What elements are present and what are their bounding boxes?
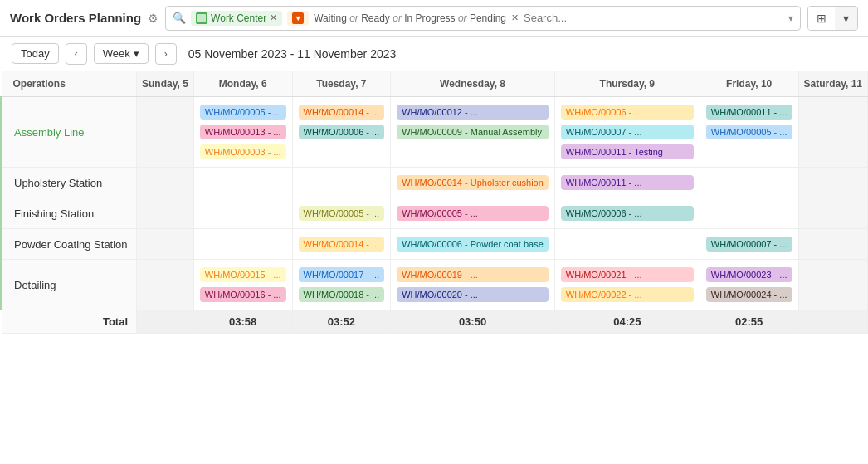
cell-finishing-sunday: [137, 198, 194, 229]
cell-upholstery-thursday: WH/MO/00011 - ...: [554, 168, 700, 198]
work-order-chip[interactable]: WH/MO/00006 - Powder coat base: [397, 237, 549, 252]
work-order-chip[interactable]: WH/MO/00006 - ...: [299, 125, 385, 139]
total-tuesday: 03:52: [292, 310, 391, 334]
filter-close[interactable]: ✕: [511, 12, 519, 23]
cell-upholstery-sunday: [137, 168, 194, 198]
cell-upholstery-monday: [193, 168, 292, 198]
app-title: Work Orders Planning: [10, 11, 141, 25]
work-order-chip[interactable]: WH/MO/00009 - Manual Assembly: [397, 125, 549, 139]
work-order-chip[interactable]: WH/MO/00005 - ...: [706, 125, 792, 139]
cell-upholstery-tuesday: [292, 168, 391, 198]
cell-assembly-monday: WH/MO/00005 - ... WH/MO/00013 - ... WH/M…: [193, 97, 292, 168]
today-button[interactable]: Today: [12, 43, 59, 64]
cell-finishing-saturday: [798, 198, 867, 229]
work-order-chip[interactable]: WH/MO/00014 - Upholster cushion: [397, 175, 549, 190]
operation-upholstery: Upholstery Station: [2, 168, 137, 198]
work-order-chip[interactable]: WH/MO/00022 - ...: [561, 287, 694, 302]
table-row: Finishing Station WH/MO/00005 - ... WH/M…: [2, 198, 868, 229]
cell-upholstery-friday: [700, 168, 798, 198]
col-operations: Operations: [2, 71, 137, 97]
work-order-chip[interactable]: WH/MO/00005 - ...: [200, 105, 286, 120]
filter-icon: ▼: [292, 12, 304, 24]
col-sunday: Sunday, 5: [137, 71, 194, 97]
search-input[interactable]: [524, 12, 783, 24]
work-order-chip[interactable]: WH/MO/00017 - ...: [299, 267, 385, 282]
svg-rect-0: [197, 14, 206, 22]
col-wednesday: Wednesday, 8: [391, 71, 555, 97]
total-label: Total: [2, 310, 137, 334]
cell-finishing-tuesday: WH/MO/00005 - ...: [292, 198, 391, 229]
work-order-chip[interactable]: WH/MO/00005 - ...: [299, 206, 385, 221]
work-order-chip[interactable]: WH/MO/00007 - ...: [706, 237, 792, 252]
cell-powder-thursday: [554, 229, 700, 260]
week-dropdown-icon: ▾: [134, 47, 139, 60]
work-order-chip[interactable]: WH/MO/00006 - ...: [561, 105, 694, 120]
view-dropdown-button[interactable]: ▾: [835, 7, 857, 30]
col-thursday: Thursday, 9: [554, 71, 700, 97]
cell-detailing-wednesday: WH/MO/00019 - ... WH/MO/00020 - ...: [391, 260, 555, 310]
work-order-chip[interactable]: WH/MO/00013 - ...: [200, 125, 286, 139]
cell-upholstery-saturday: [798, 168, 867, 198]
work-order-chip[interactable]: WH/MO/00024 - ...: [706, 287, 792, 302]
col-monday: Monday, 6: [193, 71, 292, 97]
week-button[interactable]: Week ▾: [94, 43, 149, 64]
tag-filter: ▼: [287, 11, 309, 26]
top-bar: Work Orders Planning ⚙ 🔍 Work Center ✕ ▼…: [0, 0, 868, 37]
cell-powder-friday: WH/MO/00007 - ...: [700, 229, 798, 260]
table-row: Assembly Line WH/MO/00005 - ... WH/MO/00…: [2, 97, 868, 168]
work-order-chip[interactable]: WH/MO/00006 - ...: [561, 206, 694, 221]
work-order-chip[interactable]: WH/MO/00016 - ...: [200, 287, 286, 302]
search-dropdown-arrow[interactable]: ▾: [788, 12, 793, 24]
cell-assembly-thursday: WH/MO/00006 - ... WH/MO/00007 - ... WH/M…: [554, 97, 700, 168]
work-order-chip[interactable]: WH/MO/00019 - ...: [397, 267, 549, 282]
operation-detailing: Detailing: [2, 260, 137, 310]
tag-work-center-close[interactable]: ✕: [270, 12, 277, 23]
work-order-chip[interactable]: WH/MO/00007 - ...: [561, 125, 694, 139]
col-tuesday: Tuesday, 7: [292, 71, 391, 97]
work-order-chip[interactable]: WH/MO/00014 - ...: [299, 105, 385, 120]
work-order-chip[interactable]: WH/MO/00018 - ...: [299, 287, 385, 302]
work-order-chip[interactable]: WH/MO/00011 - ...: [706, 105, 792, 120]
cell-detailing-sunday: [137, 260, 194, 310]
cell-finishing-wednesday: WH/MO/00005 - ...: [391, 198, 555, 229]
gear-icon[interactable]: ⚙: [148, 12, 158, 25]
work-order-chip[interactable]: WH/MO/00021 - ...: [561, 267, 694, 282]
cell-assembly-tuesday: WH/MO/00014 - ... WH/MO/00006 - ...: [292, 97, 391, 168]
table-row: Upholstery Station WH/MO/00014 - Upholst…: [2, 168, 868, 198]
total-row: Total 03:58 03:52 03:50 04:25 02:55: [2, 310, 868, 334]
grid-container: Operations Sunday, 5 Monday, 6 Tuesday, …: [0, 71, 868, 464]
operation-assembly-line: Assembly Line: [2, 97, 137, 168]
work-order-chip[interactable]: WH/MO/00020 - ...: [397, 287, 549, 302]
total-thursday: 04:25: [554, 310, 700, 334]
operation-finishing: Finishing Station: [2, 198, 137, 229]
view-grid-button[interactable]: ⊞: [808, 7, 835, 30]
cell-detailing-thursday: WH/MO/00021 - ... WH/MO/00022 - ...: [554, 260, 700, 310]
work-order-chip[interactable]: WH/MO/00012 - ...: [397, 105, 549, 120]
work-order-chip[interactable]: WH/MO/00011 - Testing: [561, 144, 694, 159]
total-wednesday: 03:50: [391, 310, 555, 334]
cell-detailing-monday: WH/MO/00015 - ... WH/MO/00016 - ...: [193, 260, 292, 310]
work-order-chip[interactable]: WH/MO/00015 - ...: [200, 267, 286, 282]
next-button[interactable]: ›: [155, 43, 177, 65]
cell-powder-monday: [193, 229, 292, 260]
work-order-chip[interactable]: WH/MO/00005 - ...: [397, 206, 549, 221]
work-order-chip[interactable]: WH/MO/00014 - ...: [299, 237, 385, 252]
cell-powder-wednesday: WH/MO/00006 - Powder coat base: [391, 229, 555, 260]
prev-button[interactable]: ‹: [66, 43, 87, 65]
work-order-chip[interactable]: WH/MO/00011 - ...: [561, 175, 694, 190]
total-monday: 03:58: [193, 310, 292, 334]
cell-powder-sunday: [137, 229, 194, 260]
cell-finishing-thursday: WH/MO/00006 - ...: [554, 198, 700, 229]
cell-powder-tuesday: WH/MO/00014 - ...: [292, 229, 391, 260]
cell-detailing-saturday: [798, 260, 867, 310]
toolbar: Today ‹ Week ▾ › 05 November 2023 - 11 N…: [0, 37, 868, 71]
cell-detailing-friday: WH/MO/00023 - ... WH/MO/00024 - ...: [700, 260, 798, 310]
cell-finishing-monday: [193, 198, 292, 229]
cell-finishing-friday: [700, 198, 798, 229]
col-saturday: Saturday, 11: [798, 71, 867, 97]
cell-upholstery-wednesday: WH/MO/00014 - Upholster cushion: [391, 168, 555, 198]
work-order-chip[interactable]: WH/MO/00003 - ...: [200, 144, 286, 159]
work-center-icon: [196, 12, 207, 24]
cell-assembly-wednesday: WH/MO/00012 - ... WH/MO/00009 - Manual A…: [391, 97, 555, 168]
work-order-chip[interactable]: WH/MO/00023 - ...: [706, 267, 792, 282]
